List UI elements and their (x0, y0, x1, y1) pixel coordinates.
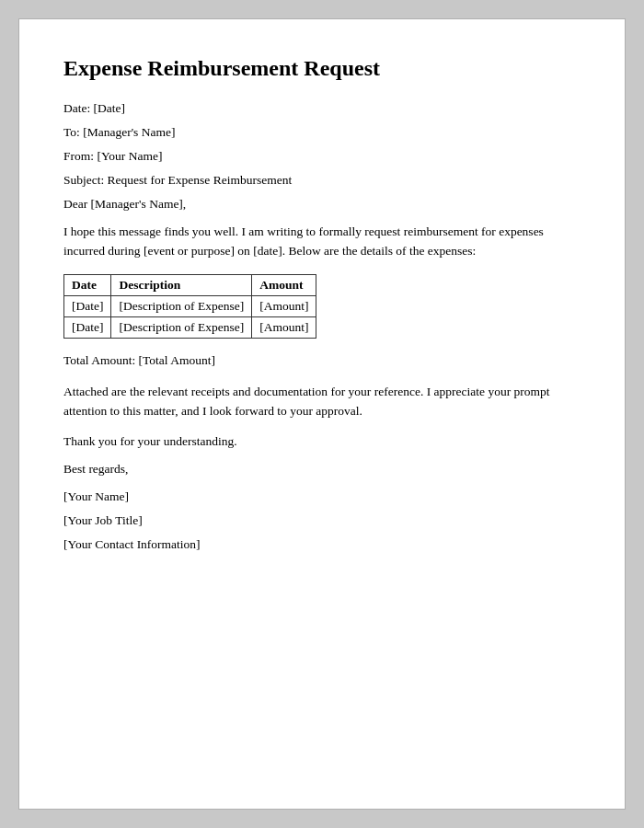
col-header-amount: Amount (252, 274, 316, 295)
table-cell: [Date] (64, 316, 111, 338)
thank-you-line: Thank you for your understanding. (63, 434, 581, 449)
document-page: Expense Reimbursement Request Date: [Dat… (18, 18, 626, 810)
contact-line: [Your Contact Information] (63, 537, 581, 552)
table-row: [Date][Description of Expense][Amount] (64, 316, 316, 338)
from-line: From: [Your Name] (63, 149, 581, 164)
title-line: [Your Job Title] (63, 513, 581, 528)
to-line: To: [Manager's Name] (63, 125, 581, 140)
dear-line: Dear [Manager's Name], (63, 197, 581, 212)
table-cell: [Amount] (252, 295, 316, 316)
col-header-date: Date (64, 274, 111, 295)
table-header-row: Date Description Amount (64, 274, 316, 295)
expense-table: Date Description Amount [Date][Descripti… (63, 274, 316, 339)
intro-paragraph: I hope this message finds you well. I am… (63, 223, 581, 261)
total-amount-line: Total Amount: [Total Amount] (63, 353, 581, 368)
subject-line: Subject: Request for Expense Reimburseme… (63, 173, 581, 188)
table-row: [Date][Description of Expense][Amount] (64, 295, 316, 316)
table-cell: [Amount] (252, 316, 316, 338)
table-cell: [Description of Expense] (111, 295, 252, 316)
date-line: Date: [Date] (63, 101, 581, 116)
table-cell: [Description of Expense] (111, 316, 252, 338)
closing-paragraph: Attached are the relevant receipts and d… (63, 383, 581, 421)
name-line: [Your Name] (63, 489, 581, 504)
table-cell: [Date] (64, 295, 111, 316)
document-title: Expense Reimbursement Request (63, 56, 581, 81)
col-header-description: Description (111, 274, 252, 295)
regards-line: Best regards, (63, 462, 581, 477)
